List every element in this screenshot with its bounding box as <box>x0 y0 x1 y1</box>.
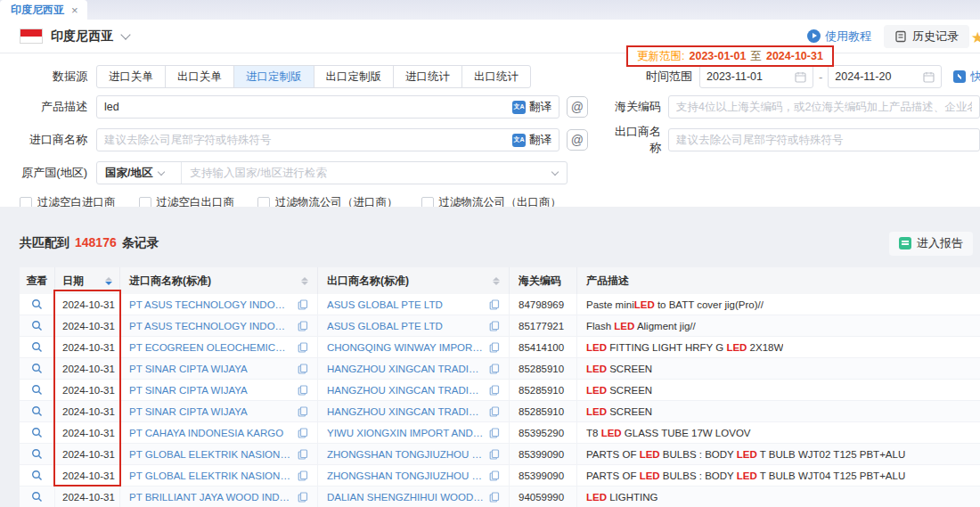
magnifier-icon[interactable] <box>31 427 43 438</box>
copy-icon[interactable] <box>298 492 308 503</box>
copy-icon[interactable] <box>489 428 500 438</box>
table-row: 2024-10-31 PT BRILLIANT JAYA WOOD INDUST… <box>20 487 980 507</box>
exporter-link[interactable]: DALIAN SHENGZHIHUI WOOD INDUST... <box>327 492 484 503</box>
importer-cell: PT ASUS TECHNOLOGY INDONESIA BA... <box>120 315 318 336</box>
exporter-link[interactable]: ASUS GLOBAL PTE LTD <box>327 299 484 310</box>
tab-indonesia[interactable]: 印度尼西亚 × <box>0 0 87 20</box>
importer-link[interactable]: PT ECOGREEN OLEOCHEMICALS <box>129 342 292 353</box>
importer-link[interactable]: PT CAHAYA INDONESIA KARGO <box>129 428 292 438</box>
magnifier-icon[interactable] <box>31 363 43 374</box>
importer-link[interactable]: PT BRILLIANT JAYA WOOD INDUSTRY <box>129 492 292 503</box>
sort-icon[interactable] <box>105 277 112 285</box>
importer-link[interactable]: PT GLOBAL ELEKTRIK NASIONAL <box>129 470 292 481</box>
exporter-link[interactable]: ZHONGSHAN TONGJIUZHOU INTERNA... <box>327 470 484 481</box>
copy-icon[interactable] <box>489 364 500 374</box>
importer-inputbox: 文A 翻译 <box>96 128 559 151</box>
importer-link[interactable]: PT SINAR CIPTA WIJAYA <box>129 406 292 417</box>
importer-cell: PT SINAR CIPTA WIJAYA <box>120 380 318 400</box>
hscode-cell: 85285910 <box>510 358 577 379</box>
exporter-link[interactable]: ASUS GLOBAL PTE LTD <box>327 321 484 331</box>
sort-icon[interactable] <box>301 277 308 285</box>
copy-icon[interactable] <box>489 342 500 353</box>
hs-code-input[interactable] <box>676 101 972 113</box>
exact-match-toggle[interactable]: @ <box>567 129 588 151</box>
magnifier-icon[interactable] <box>31 405 43 417</box>
exporter-cell: HANGZHOU XINGCAN TRADING CO LTD <box>318 358 510 379</box>
translate-icon: 文A <box>512 101 526 114</box>
quick-options-link[interactable]: 快捷选项 <box>953 69 980 85</box>
source-tab-2[interactable]: 进口定制版 <box>233 65 314 88</box>
magnifier-icon[interactable] <box>31 341 43 353</box>
history-button[interactable]: 历史记录 <box>884 25 969 48</box>
importer-link[interactable]: PT SINAR CIPTA WIJAYA <box>129 385 292 396</box>
view-cell <box>20 487 55 507</box>
copy-icon[interactable] <box>298 449 308 460</box>
copy-icon[interactable] <box>489 406 500 417</box>
copy-icon[interactable] <box>489 385 500 396</box>
importer-link[interactable]: PT ASUS TECHNOLOGY INDONESIA BA... <box>129 299 292 310</box>
importer-cell: PT ECOGREEN OLEOCHEMICALS <box>120 337 318 357</box>
magnifier-icon[interactable] <box>31 298 43 310</box>
magnifier-icon[interactable] <box>31 384 43 396</box>
importer-link[interactable]: PT SINAR CIPTA WIJAYA <box>129 364 292 374</box>
magnifier-icon[interactable] <box>31 470 43 481</box>
source-tab-5[interactable]: 出口统计 <box>461 65 531 88</box>
importer-link[interactable]: PT GLOBAL ELEKTRIK NASIONAL <box>129 449 292 460</box>
magnifier-icon[interactable] <box>31 491 43 503</box>
column-header-product[interactable]: 产品描述 <box>577 267 980 294</box>
copy-icon[interactable] <box>489 299 500 310</box>
copy-icon[interactable] <box>298 342 308 353</box>
column-header-date[interactable]: 日期 <box>55 267 120 294</box>
importer-input[interactable] <box>104 134 512 146</box>
favorite-star-icon[interactable]: ★ <box>971 29 980 47</box>
hscode-cell: 85395290 <box>510 422 577 443</box>
tutorial-link[interactable]: 使用教程 <box>807 29 871 45</box>
translate-button[interactable]: 文A 翻译 <box>512 100 551 115</box>
source-tab-4[interactable]: 进口统计 <box>393 65 462 88</box>
exporter-link[interactable]: YIWU XIONGXIN IMPORT AND EXPORT... <box>327 428 484 438</box>
date-to-input[interactable]: 2024-11-20 <box>828 65 942 88</box>
magnifier-icon[interactable] <box>31 320 43 331</box>
sort-icon[interactable] <box>493 277 500 285</box>
exporter-link[interactable]: CHONGQING WINWAY IMPORT AND E... <box>327 342 484 353</box>
date-from-input[interactable]: 2023-11-01 <box>699 65 813 88</box>
copy-icon[interactable] <box>298 470 308 481</box>
exporter-link[interactable]: HANGZHOU XINGCAN TRADING CO LTD <box>327 406 484 417</box>
exporter-link[interactable]: HANGZHOU XINGCAN TRADING CO LTD <box>327 385 484 396</box>
source-tab-1[interactable]: 出口关单 <box>165 65 234 88</box>
chevron-down-icon[interactable] <box>551 168 559 175</box>
copy-icon[interactable] <box>489 449 500 460</box>
close-icon[interactable]: × <box>71 4 78 16</box>
copy-icon[interactable] <box>489 321 500 331</box>
product-desc-input[interactable] <box>104 101 512 113</box>
magnifier-icon[interactable] <box>31 448 43 460</box>
exporter-link[interactable]: HANGZHOU XINGCAN TRADING CO LTD <box>327 364 484 374</box>
exact-match-toggle[interactable]: @ <box>567 96 588 118</box>
copy-icon[interactable] <box>298 428 308 438</box>
column-header-view[interactable]: 查看 <box>20 267 55 294</box>
origin-search-input[interactable]: 支持输入国家/地区进行检索 <box>182 166 552 181</box>
source-tab-0[interactable]: 进口关单 <box>96 65 166 88</box>
exporter-link[interactable]: ZHONGSHAN TONGJIUZHOU INTERNA... <box>327 449 484 460</box>
product-cell: LED LIGHTING <box>577 487 980 507</box>
column-header-hscode[interactable]: 海关编码 <box>510 267 577 294</box>
origin-type-select[interactable]: 国家/地区 <box>97 162 182 184</box>
copy-icon[interactable] <box>298 385 308 396</box>
country-selector-label[interactable]: 印度尼西亚 <box>51 29 113 45</box>
copy-icon[interactable] <box>298 406 308 417</box>
exporter-input[interactable] <box>676 134 972 146</box>
copy-icon[interactable] <box>298 364 308 374</box>
source-tab-3[interactable]: 出口定制版 <box>314 65 395 88</box>
column-header-importer[interactable]: 进口商名称(标准) <box>120 267 318 294</box>
report-icon <box>899 237 911 249</box>
hscode-cell: 85177921 <box>510 315 577 336</box>
translate-button[interactable]: 文A 翻译 <box>512 133 551 148</box>
copy-icon[interactable] <box>298 299 308 310</box>
column-header-exporter[interactable]: 出口商名称(标准) <box>318 267 510 294</box>
chevron-down-icon[interactable] <box>120 29 130 39</box>
copy-icon[interactable] <box>489 470 500 481</box>
importer-link[interactable]: PT ASUS TECHNOLOGY INDONESIA BA... <box>129 321 292 331</box>
enter-report-button[interactable]: 进入报告 <box>889 232 973 256</box>
copy-icon[interactable] <box>489 492 500 503</box>
copy-icon[interactable] <box>298 321 308 331</box>
